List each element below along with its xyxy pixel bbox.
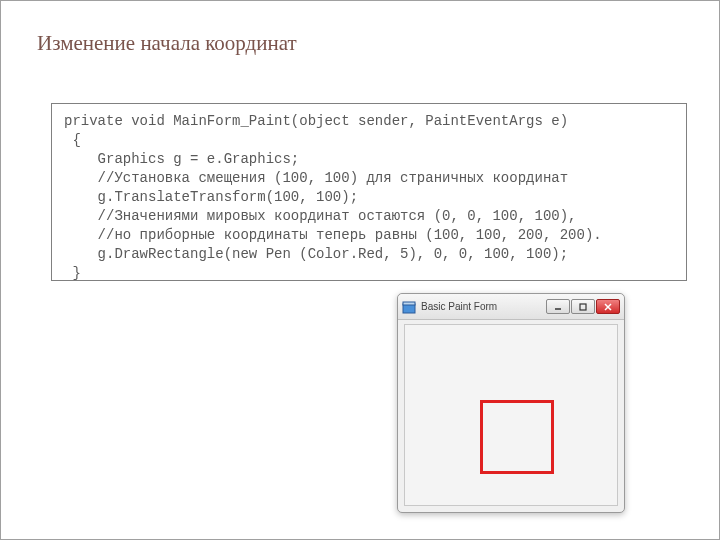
maximize-button[interactable] xyxy=(571,299,595,314)
code-line: //Значениями мировых координат остаются … xyxy=(64,208,576,224)
close-button[interactable] xyxy=(596,299,620,314)
code-line: g.TranslateTransform(100, 100); xyxy=(64,189,358,205)
demo-window: Basic Paint Form xyxy=(397,293,625,513)
code-line: private void MainForm_Paint(object sende… xyxy=(64,113,568,129)
code-line: //но приборные координаты теперь равны (… xyxy=(64,227,602,243)
code-line: } xyxy=(64,265,81,281)
svg-rect-3 xyxy=(580,304,586,310)
window-titlebar[interactable]: Basic Paint Form xyxy=(398,294,624,320)
code-line: Graphics g = e.Graphics; xyxy=(64,151,299,167)
page-title: Изменение начала координат xyxy=(37,31,297,56)
code-block: private void MainForm_Paint(object sende… xyxy=(51,103,687,281)
minimize-button[interactable] xyxy=(546,299,570,314)
code-line: { xyxy=(64,132,81,148)
drawn-rectangle xyxy=(480,400,555,475)
code-line: //Установка смещения (100, 100) для стра… xyxy=(64,170,568,186)
svg-rect-1 xyxy=(403,302,415,305)
code-line: g.DrawRectangle(new Pen (Color.Red, 5), … xyxy=(64,246,568,262)
window-title: Basic Paint Form xyxy=(421,301,545,312)
window-client-area xyxy=(404,324,618,506)
app-icon xyxy=(402,300,416,314)
